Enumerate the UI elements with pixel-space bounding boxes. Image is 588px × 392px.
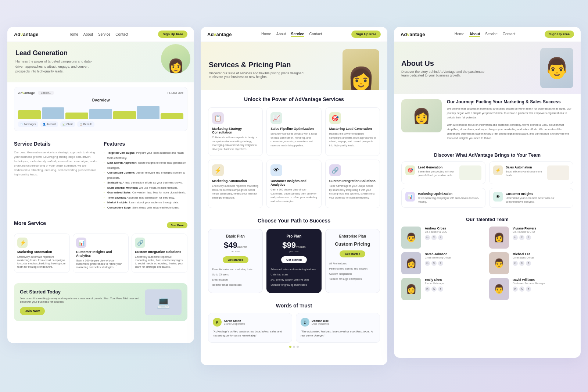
feature-2: Data-Driven Approach: Utilize insights t…: [104, 160, 187, 170]
unlock-title: Unlock the Power of AdVantage Services: [208, 96, 380, 102]
unlock-icon-4: ⚡: [212, 164, 224, 176]
unlock-card-2-desc: Enhance your sales process with a focus …: [270, 132, 317, 147]
brings-icon-3: 📊: [405, 192, 415, 202]
member-3-social: in 𝕏 f: [425, 261, 485, 266]
nav-about[interactable]: About: [83, 32, 93, 36]
service-details-section: Service Details Our Lead Generation serv…: [7, 136, 194, 215]
pro-cta-btn[interactable]: Get started: [281, 256, 307, 263]
basic-cta-btn[interactable]: Get started: [223, 256, 248, 263]
bar-1: [18, 110, 41, 119]
brings-card-4-title: Customer Insights: [506, 192, 569, 196]
member-2-info: Viviane Flowers Co-Founder & CTO in 𝕏 f: [513, 227, 573, 240]
journey-title: Our Journey: Fueling Your Marketing & Sa…: [447, 99, 573, 104]
join-now-button[interactable]: Join Now: [20, 307, 45, 315]
unlock-card-6: 🔗 Custom Integration Solutions Tailor Ad…: [325, 160, 380, 208]
feature-4-name: Scalability:: [107, 181, 122, 184]
testimonial-2-name: Damian Doe: [312, 319, 329, 322]
brings-card-2-desc: Boost efficiency and close more deals.: [506, 170, 544, 177]
testimonial-dots: [208, 343, 380, 351]
right-nav-about[interactable]: About: [469, 32, 480, 37]
right-nav-home[interactable]: Home: [455, 32, 465, 37]
member-5-name: Emily Chen: [425, 278, 485, 282]
member-2-linkedin[interactable]: in: [513, 235, 518, 240]
member-3-name: Sarah Johnson: [425, 252, 485, 256]
service-details-desc: Our Lead Generation service is a strateg…: [14, 150, 98, 177]
unlock-card-1: 📋 Marketing Strategy Consultation Collab…: [208, 107, 263, 156]
member-3-info: Sarah Johnson Chief Marketing Officer in…: [425, 252, 485, 266]
center-nav-about[interactable]: About: [276, 32, 286, 37]
member-5-role: Product Manager: [425, 282, 485, 285]
unlock-card-3: 🎯 Mastering Lead Generation Harness the …: [325, 107, 380, 156]
feature-7-name: Time Savings:: [107, 196, 126, 199]
brings-card-1-content: Lead Generation Streamline prospecting w…: [418, 165, 456, 177]
center-panel: Advantage Home About Service Contact Sig…: [201, 27, 387, 365]
member-4-role: Chief Sales Officer: [513, 256, 573, 259]
member-4-fb[interactable]: f: [526, 261, 531, 266]
member-6-twitter[interactable]: 𝕏: [519, 286, 524, 292]
center-nav-contact[interactable]: Contact: [309, 32, 322, 37]
right-nav-service[interactable]: Service: [485, 32, 497, 37]
enterprise-cta-btn[interactable]: Get started: [340, 250, 365, 257]
service-card-2-icon: 📊: [76, 238, 86, 248]
member-6-fb[interactable]: f: [526, 286, 531, 292]
service-card-3-title: Custom Integration Solutions: [135, 250, 184, 254]
journey-text: Our Journey: Fueling Your Marketing & Sa…: [447, 99, 573, 143]
left-logo: Advantage: [14, 32, 38, 37]
member-1-linkedin[interactable]: in: [425, 235, 430, 240]
right-hero-subtitle: Discover the story behind AdVantage and …: [401, 70, 490, 77]
member-2-role: Co-Founder & CTO: [513, 231, 573, 233]
feature-5: Multi-channel Methods: We use media-rela…: [104, 185, 187, 190]
feature-9-name: Competitive Edge:: [107, 206, 132, 209]
right-nav-contact[interactable]: Contact: [503, 32, 515, 37]
member-3-photo: 👩: [401, 252, 421, 274]
enterprise-feature-4: Tailored for large enterprises: [329, 277, 376, 282]
pricing-grid: Basic Plan $49/month per user Get starte…: [208, 229, 380, 293]
banner-title: Get Started Today: [20, 289, 140, 295]
member-5-linkedin[interactable]: in: [425, 286, 430, 292]
right-hero-person: 👨: [544, 56, 570, 80]
member-3-twitter[interactable]: 𝕏: [431, 261, 437, 266]
dot-1[interactable]: [289, 346, 291, 348]
see-more-button[interactable]: See More: [167, 222, 187, 228]
member-5-fb[interactable]: f: [438, 286, 443, 292]
member-2-fb[interactable]: f: [526, 235, 531, 240]
dash-header: Advantage Search... Hi, Lead Jane: [18, 91, 183, 95]
dash-greeting: Hi, Lead Jane: [168, 92, 183, 94]
member-5-twitter[interactable]: 𝕏: [431, 286, 437, 292]
right-hero-image: 👨: [540, 48, 573, 88]
brings-card-1-title: Lead Generation: [418, 165, 456, 169]
right-logo: Advantage: [401, 32, 425, 37]
metric-messages: 📨 Messages: [18, 121, 38, 127]
banner-laptop-image: 💻: [145, 289, 182, 315]
member-3-fb[interactable]: f: [438, 261, 443, 266]
dot-2[interactable]: [293, 346, 295, 348]
right-hero-text: About Us Discover the story behind AdVan…: [401, 59, 536, 77]
nav-contact[interactable]: Contact: [115, 32, 128, 36]
right-signup-btn[interactable]: Sign Up Free: [545, 31, 574, 38]
center-signup-btn[interactable]: Sign Up Free: [351, 31, 381, 38]
left-signup-btn[interactable]: Sign Up Free: [158, 31, 187, 38]
member-6-linkedin[interactable]: in: [513, 286, 518, 292]
member-1-fb[interactable]: f: [438, 235, 443, 240]
enterprise-features: All Pro features Personalized training a…: [329, 261, 376, 282]
unlock-icon-2: 📈: [270, 112, 282, 124]
nav-home[interactable]: Home: [68, 32, 78, 36]
center-nav-home[interactable]: Home: [261, 32, 271, 37]
nav-service[interactable]: Service: [98, 32, 110, 36]
pro-feature-1: Advanced sales and marketing features: [270, 267, 317, 272]
testimonial-1-text: "AdVantage's unified platform has booste…: [213, 329, 287, 338]
member-3-linkedin[interactable]: in: [425, 261, 430, 266]
enterprise-feature-3: Custom integrations: [329, 271, 376, 277]
unlock-card-5-title: Customer Insights and Analytics: [270, 179, 317, 186]
member-4-twitter[interactable]: 𝕏: [519, 261, 524, 266]
member-1-twitter[interactable]: 𝕏: [431, 235, 437, 240]
member-4-linkedin[interactable]: in: [513, 261, 518, 266]
testimonial-2-info: Damian Doe Door Industries: [312, 319, 329, 325]
dashboard-preview: Advantage Search... Hi, Lead Jane Overvi…: [14, 87, 187, 131]
pro-feature-3: 24/7 priority support with live chat: [270, 277, 317, 282]
member-2-twitter[interactable]: 𝕏: [519, 235, 524, 240]
center-nav-service[interactable]: Service: [291, 32, 304, 37]
banner-subtitle: Join us on this exciting journey and exp…: [20, 297, 140, 303]
dot-3[interactable]: [297, 346, 299, 348]
testimonial-1: K Karen Smith Brand Cooperative "AdVanta…: [208, 313, 292, 343]
